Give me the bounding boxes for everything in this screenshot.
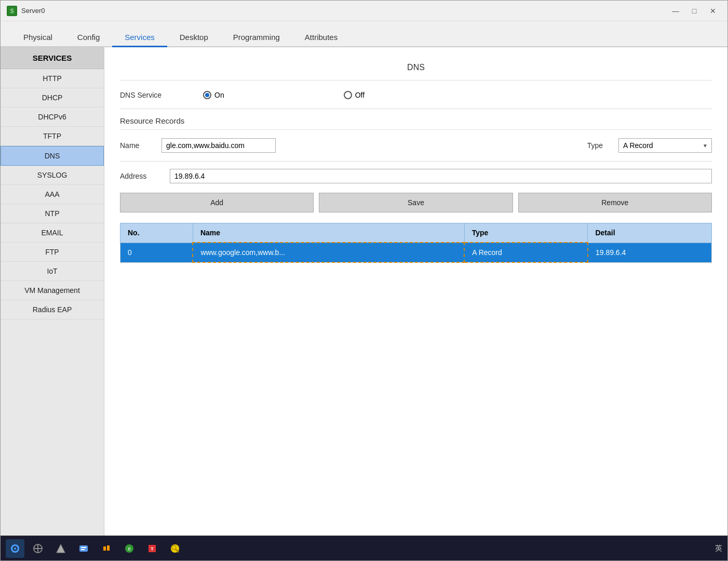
- dns-service-radio-group: On Off: [203, 91, 365, 99]
- tab-bar: Physical Config Services Desktop Program…: [1, 21, 727, 47]
- dns-off-radio[interactable]: [344, 91, 352, 99]
- taskbar: e T 英: [1, 536, 727, 560]
- minimize-button[interactable]: —: [667, 5, 684, 17]
- add-button[interactable]: Add: [120, 193, 314, 212]
- svg-text:e: e: [128, 546, 131, 552]
- sidebar-item-ftp[interactable]: FTP: [1, 243, 104, 262]
- taskbar-icon-1[interactable]: [6, 539, 24, 558]
- dns-on-option[interactable]: On: [203, 91, 224, 99]
- svg-rect-10: [81, 549, 85, 550]
- svg-rect-9: [81, 547, 86, 548]
- taskbar-left: e T: [6, 539, 184, 558]
- taskbar-icon-4[interactable]: [74, 539, 93, 558]
- sidebar-item-vm-management[interactable]: VM Management: [1, 281, 104, 300]
- svg-rect-12: [107, 545, 110, 551]
- dns-section-title: DNS: [120, 58, 712, 81]
- address-label: Address: [120, 172, 161, 180]
- cell-no: 0: [120, 243, 193, 262]
- tab-physical[interactable]: Physical: [11, 29, 65, 47]
- sidebar-item-dns[interactable]: DNS: [1, 146, 104, 166]
- sidebar-item-dhcpv6[interactable]: DHCPv6: [1, 108, 104, 127]
- resource-records-label: Resource Records: [120, 116, 712, 130]
- dns-service-row: DNS Service On Off: [120, 91, 712, 99]
- dns-service-label: DNS Service: [120, 91, 203, 99]
- taskbar-lang: 英: [715, 544, 722, 553]
- taskbar-icon-5[interactable]: [97, 539, 116, 558]
- titlebar: S Server0 — □ ✕: [1, 1, 727, 21]
- cell-type: A Record: [464, 243, 588, 262]
- sidebar-item-http[interactable]: HTTP: [1, 69, 104, 88]
- taskbar-icon-2[interactable]: [29, 539, 47, 558]
- address-row: Address: [120, 169, 712, 183]
- col-type: Type: [464, 223, 588, 243]
- app-icon: S: [7, 6, 17, 16]
- sidebar-item-email[interactable]: EMAIL: [1, 223, 104, 243]
- name-label: Name: [120, 141, 151, 150]
- dns-off-label: Off: [355, 91, 365, 99]
- cell-name: www.google.com,www.b...: [193, 243, 464, 262]
- svg-point-18: [172, 545, 176, 550]
- save-button[interactable]: Save: [319, 193, 513, 212]
- close-button[interactable]: ✕: [705, 5, 721, 17]
- tab-config[interactable]: Config: [65, 29, 112, 47]
- table-header: No. Name Type Detail: [120, 223, 712, 243]
- taskbar-icon-3[interactable]: [51, 539, 70, 558]
- main-content: SERVICES HTTP DHCP DHCPv6 TFTP DNS SYSLO…: [1, 47, 727, 536]
- svg-text:T: T: [151, 546, 154, 552]
- svg-point-4: [14, 547, 16, 550]
- svg-rect-8: [79, 545, 88, 552]
- svg-text:S: S: [10, 8, 14, 14]
- svg-rect-11: [103, 546, 106, 551]
- sidebar-item-tftp[interactable]: TFTP: [1, 127, 104, 146]
- type-select[interactable]: A Record AAAA Record CNAME MX NS SOA PTR: [618, 138, 712, 153]
- dns-on-label: On: [214, 91, 224, 99]
- address-input[interactable]: [170, 169, 712, 183]
- sidebar-item-syslog[interactable]: SYSLOG: [1, 166, 104, 185]
- taskbar-right: 英: [715, 544, 722, 553]
- col-no: No.: [120, 223, 193, 243]
- window-title: Server0: [21, 7, 667, 15]
- sidebar: SERVICES HTTP DHCP DHCPv6 TFTP DNS SYSLO…: [1, 47, 104, 536]
- tab-services[interactable]: Services: [112, 29, 167, 47]
- type-select-wrapper: A Record AAAA Record CNAME MX NS SOA PTR: [618, 138, 712, 153]
- button-row: Add Save Remove: [120, 193, 712, 212]
- maximize-button[interactable]: □: [686, 5, 703, 17]
- sidebar-item-iot[interactable]: IoT: [1, 262, 104, 281]
- name-type-row: Name Type A Record AAAA Record CNAME MX …: [120, 138, 712, 153]
- name-input[interactable]: [161, 138, 276, 153]
- remove-button[interactable]: Remove: [518, 193, 712, 212]
- table-row[interactable]: 0 www.google.com,www.b... A Record 19.89…: [120, 243, 712, 262]
- records-table: No. Name Type Detail 0 www.google.com,ww…: [120, 223, 712, 263]
- taskbar-icon-7[interactable]: T: [143, 539, 161, 558]
- cell-detail: 19.89.6.4: [588, 243, 712, 262]
- dns-on-radio[interactable]: [203, 91, 211, 99]
- taskbar-icon-8[interactable]: [166, 539, 184, 558]
- type-label: Type: [587, 141, 603, 150]
- content-panel: DNS DNS Service On Off Resour: [104, 47, 727, 536]
- main-window: S Server0 — □ ✕ Physical Config Services…: [0, 0, 728, 561]
- sidebar-item-ntp[interactable]: NTP: [1, 204, 104, 223]
- taskbar-icon-6[interactable]: e: [120, 539, 139, 558]
- col-name: Name: [193, 223, 464, 243]
- tab-attributes[interactable]: Attributes: [292, 29, 350, 47]
- sidebar-item-aaa[interactable]: AAA: [1, 185, 104, 204]
- sidebar-item-dhcp[interactable]: DHCP: [1, 88, 104, 108]
- window-controls: — □ ✕: [667, 5, 721, 17]
- dns-off-option[interactable]: Off: [344, 91, 365, 99]
- tab-desktop[interactable]: Desktop: [167, 29, 221, 47]
- col-detail: Detail: [588, 223, 712, 243]
- tab-programming[interactable]: Programming: [221, 29, 292, 47]
- sidebar-item-radius-eap[interactable]: Radius EAP: [1, 300, 104, 319]
- table-body: 0 www.google.com,www.b... A Record 19.89…: [120, 243, 712, 262]
- sidebar-header: SERVICES: [1, 47, 104, 69]
